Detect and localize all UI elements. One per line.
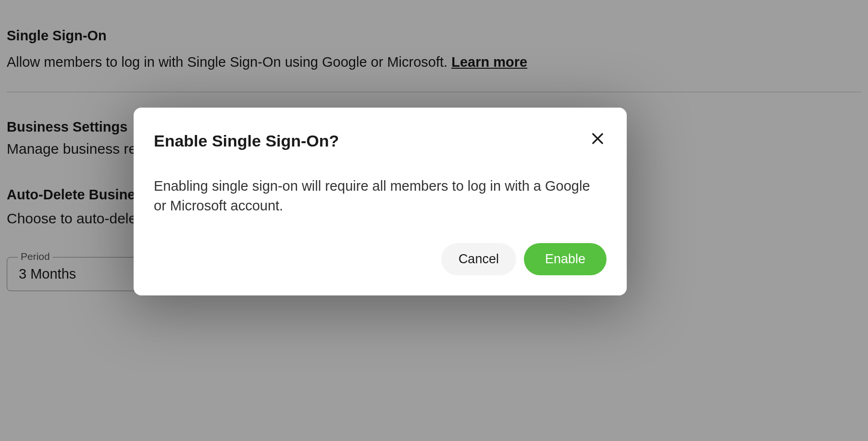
dialog-title: Enable Single Sign-On? [154, 132, 339, 150]
close-button[interactable] [589, 130, 607, 149]
close-icon [591, 132, 605, 147]
dialog-body: Enabling single sign-on will require all… [154, 176, 607, 215]
dialog-header: Enable Single Sign-On? [154, 132, 607, 150]
cancel-button[interactable]: Cancel [441, 243, 516, 275]
dialog-actions: Cancel Enable [154, 243, 607, 275]
enable-sso-dialog: Enable Single Sign-On? Enabling single s… [134, 108, 627, 295]
enable-button[interactable]: Enable [524, 243, 607, 275]
